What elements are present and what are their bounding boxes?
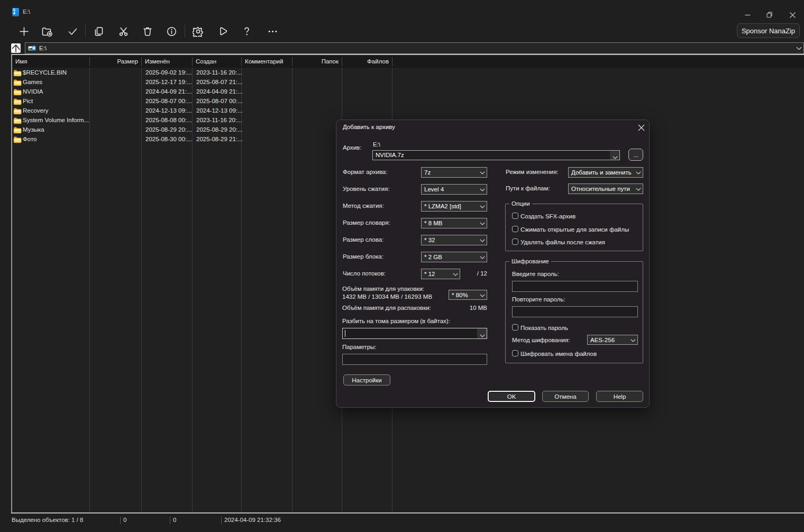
parameters-input[interactable] <box>342 354 487 365</box>
check-icon <box>67 26 78 37</box>
close-window-button[interactable] <box>784 10 800 20</box>
dialog-close-icon[interactable] <box>635 122 647 133</box>
options-group: Опции Создать SFX-архивСжимать открытые … <box>505 204 643 251</box>
column-header[interactable]: Имя <box>15 55 86 68</box>
dialog-field-combo[interactable]: Относительные пути <box>568 184 643 194</box>
plus-icon <box>19 26 30 37</box>
threads-total: / 12 <box>471 270 487 277</box>
file-row[interactable]: Games2025-12-17 19:...2025-08-07 21:... <box>12 78 414 87</box>
encrypt-names-checkbox[interactable] <box>512 350 518 356</box>
column-header[interactable]: Папок <box>296 55 339 68</box>
folder-icon <box>13 136 22 144</box>
file-created: 2025-08-29 20:... <box>196 126 243 133</box>
memory-pack-label-text: Объём памяти для упаковки: <box>342 285 432 293</box>
column-header[interactable]: Изменён <box>145 55 189 68</box>
nanazip-window: E:\ Sponsor NanaZip <box>0 0 804 532</box>
dialog-field-label: Формат архива: <box>343 169 387 175</box>
combo-value: 7z <box>424 169 431 176</box>
show-password-checkbox[interactable] <box>512 324 518 331</box>
chevron-down-icon <box>631 337 636 343</box>
address-chevron-down-icon[interactable] <box>796 45 802 51</box>
file-created: 2023-11-16 20:... <box>196 117 242 123</box>
more-button[interactable] <box>263 23 282 39</box>
scissors-icon <box>118 26 129 37</box>
option-checkbox[interactable] <box>512 239 518 245</box>
copy-button[interactable] <box>89 23 108 39</box>
dialog-field-label: Метод сжатия: <box>343 203 384 209</box>
move-button[interactable] <box>114 23 133 39</box>
file-modified: 2025-08-29 20:... <box>145 126 192 133</box>
help-button[interactable]: Help <box>596 391 643 402</box>
sponsor-button[interactable]: Sponsor NanaZip <box>737 23 800 38</box>
dialog-field-combo[interactable]: 7z <box>421 167 487 178</box>
dialog-field-combo[interactable]: * 2 GB <box>421 252 487 262</box>
file-row[interactable]: NVIDIA2024-04-09 21:...2024-04-09 21:... <box>12 87 414 97</box>
enter-password-input[interactable] <box>512 281 638 292</box>
dialog-field-combo[interactable]: Добавить и заменить <box>568 167 643 178</box>
archive-name-combo[interactable]: NVIDIA.7z <box>372 150 620 160</box>
status-item: 2024-04-09 21:32:36 <box>224 517 281 523</box>
dialog-field-combo[interactable]: * LZMA2 [std] <box>421 201 487 212</box>
toolbar-separator <box>85 24 86 38</box>
dialog-field-combo[interactable]: Level 4 <box>421 184 487 195</box>
file-row[interactable]: $RECYCLE.BIN2025-09-02 19:...2023-11-16 … <box>12 68 414 78</box>
header-separator <box>141 57 142 66</box>
repeat-password-input[interactable] <box>512 306 638 317</box>
text-caret <box>345 330 345 337</box>
minimize-button[interactable] <box>739 10 755 20</box>
header-separator <box>342 57 342 66</box>
chevron-down-icon <box>480 292 485 298</box>
combo-value: Относительные пути <box>571 186 630 192</box>
memory-percent-combo[interactable]: * 80% <box>449 290 487 300</box>
folder-icon <box>13 126 22 135</box>
folder-extract-icon <box>41 26 53 37</box>
test-button[interactable] <box>63 23 82 39</box>
column-header[interactable]: Размер <box>93 55 138 68</box>
run-button[interactable] <box>213 23 232 39</box>
option-checkbox[interactable] <box>512 213 518 219</box>
add-button[interactable] <box>14 23 33 39</box>
column-header[interactable]: Файлов <box>345 55 389 68</box>
copy-icon <box>94 26 104 37</box>
file-row[interactable]: Pict2025-08-07 00:...2025-08-07 00:... <box>12 97 414 106</box>
help-button[interactable] <box>237 23 256 39</box>
chevron-down-icon <box>480 186 485 192</box>
restore-button[interactable] <box>762 10 778 20</box>
option-checkbox[interactable] <box>512 226 518 232</box>
file-created: 2025-08-07 00:... <box>196 98 243 104</box>
options-button[interactable] <box>188 23 207 39</box>
column-header[interactable]: Комментарий <box>245 55 289 68</box>
address-path: E:\ <box>39 45 47 51</box>
option-label: Сжимать открытые для записи файлы <box>520 226 629 233</box>
browse-button[interactable]: ... <box>628 149 643 161</box>
folder-icon <box>13 88 22 97</box>
up-one-level-button[interactable] <box>11 43 21 53</box>
file-created: 2023-11-16 20:... <box>196 69 242 76</box>
option-label: Создать SFX-архив <box>520 213 575 219</box>
dialog-field-combo[interactable]: * 8 MB <box>421 218 487 228</box>
file-list-header: ИмяРазмерИзменёнСозданКомментарийПапокФа… <box>12 55 804 68</box>
dialog-field-label: Уровень сжатия: <box>343 186 389 192</box>
encryption-method-combo[interactable]: AES-256 <box>587 335 638 345</box>
dialog-field-label: Размер блока: <box>343 253 383 260</box>
archive-name-value: NVIDIA.7z <box>376 152 404 158</box>
file-row[interactable]: Recovery2024-12-13 09:...2024-12-13 09:.… <box>12 106 414 116</box>
settings-button[interactable]: Настройки <box>343 374 390 386</box>
chevron-down-icon <box>480 332 485 338</box>
chevron-down-icon <box>480 220 485 226</box>
dialog-field-combo[interactable]: * 32 <box>421 235 487 245</box>
chevron-down-icon <box>480 203 485 209</box>
delete-button[interactable] <box>138 23 157 39</box>
encryption-group-title: Шифрование <box>509 258 551 264</box>
extract-button[interactable] <box>38 23 57 39</box>
ok-button[interactable]: OK <box>488 391 535 402</box>
status-item: 0 <box>123 517 126 523</box>
dialog-field-combo[interactable]: * 12 <box>421 269 460 279</box>
split-volumes-combo[interactable] <box>342 328 487 339</box>
file-name: Games <box>23 79 42 85</box>
column-header[interactable]: Создан <box>196 55 238 68</box>
address-bar[interactable]: E:\ <box>25 42 804 54</box>
cancel-button[interactable]: Отмена <box>542 391 589 402</box>
info-button[interactable] <box>162 23 181 39</box>
status-item: Выделено объектов: 1 / 8 <box>12 517 83 523</box>
